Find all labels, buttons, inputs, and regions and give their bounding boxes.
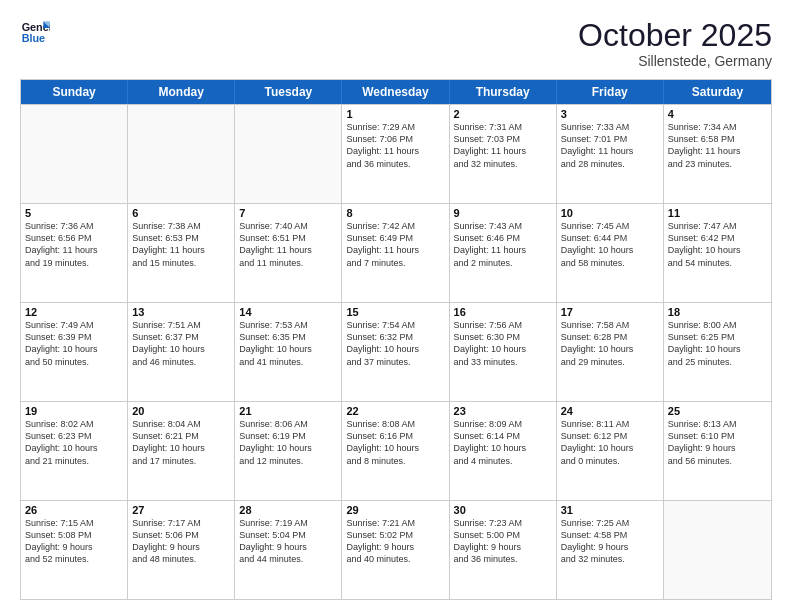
- cell-date: 13: [132, 306, 230, 318]
- calendar-cell: 28Sunrise: 7:19 AM Sunset: 5:04 PM Dayli…: [235, 501, 342, 599]
- calendar-cell: 29Sunrise: 7:21 AM Sunset: 5:02 PM Dayli…: [342, 501, 449, 599]
- cell-date: 26: [25, 504, 123, 516]
- cell-date: 21: [239, 405, 337, 417]
- cell-info: Sunrise: 7:29 AM Sunset: 7:06 PM Dayligh…: [346, 121, 444, 170]
- calendar-cell: 17Sunrise: 7:58 AM Sunset: 6:28 PM Dayli…: [557, 303, 664, 401]
- cell-info: Sunrise: 7:45 AM Sunset: 6:44 PM Dayligh…: [561, 220, 659, 269]
- cell-info: Sunrise: 7:17 AM Sunset: 5:06 PM Dayligh…: [132, 517, 230, 566]
- calendar-cell: 15Sunrise: 7:54 AM Sunset: 6:32 PM Dayli…: [342, 303, 449, 401]
- cell-date: 27: [132, 504, 230, 516]
- cell-date: 2: [454, 108, 552, 120]
- cell-date: 5: [25, 207, 123, 219]
- day-header-tuesday: Tuesday: [235, 80, 342, 104]
- cell-date: 10: [561, 207, 659, 219]
- cell-info: Sunrise: 7:34 AM Sunset: 6:58 PM Dayligh…: [668, 121, 767, 170]
- cell-date: 18: [668, 306, 767, 318]
- cell-date: 20: [132, 405, 230, 417]
- calendar-cell: 4Sunrise: 7:34 AM Sunset: 6:58 PM Daylig…: [664, 105, 771, 203]
- calendar-row-2: 12Sunrise: 7:49 AM Sunset: 6:39 PM Dayli…: [21, 302, 771, 401]
- calendar-cell: 5Sunrise: 7:36 AM Sunset: 6:56 PM Daylig…: [21, 204, 128, 302]
- cell-info: Sunrise: 7:58 AM Sunset: 6:28 PM Dayligh…: [561, 319, 659, 368]
- calendar-row-1: 5Sunrise: 7:36 AM Sunset: 6:56 PM Daylig…: [21, 203, 771, 302]
- calendar-cell: 11Sunrise: 7:47 AM Sunset: 6:42 PM Dayli…: [664, 204, 771, 302]
- cell-info: Sunrise: 7:53 AM Sunset: 6:35 PM Dayligh…: [239, 319, 337, 368]
- logo: General Blue: [20, 18, 50, 48]
- cell-date: 28: [239, 504, 337, 516]
- cell-info: Sunrise: 7:19 AM Sunset: 5:04 PM Dayligh…: [239, 517, 337, 566]
- day-header-friday: Friday: [557, 80, 664, 104]
- cell-info: Sunrise: 7:25 AM Sunset: 4:58 PM Dayligh…: [561, 517, 659, 566]
- calendar-cell: 8Sunrise: 7:42 AM Sunset: 6:49 PM Daylig…: [342, 204, 449, 302]
- calendar-cell: 19Sunrise: 8:02 AM Sunset: 6:23 PM Dayli…: [21, 402, 128, 500]
- cell-info: Sunrise: 8:04 AM Sunset: 6:21 PM Dayligh…: [132, 418, 230, 467]
- day-header-saturday: Saturday: [664, 80, 771, 104]
- calendar-cell: 31Sunrise: 7:25 AM Sunset: 4:58 PM Dayli…: [557, 501, 664, 599]
- cell-info: Sunrise: 7:31 AM Sunset: 7:03 PM Dayligh…: [454, 121, 552, 170]
- cell-date: 1: [346, 108, 444, 120]
- calendar-row-3: 19Sunrise: 8:02 AM Sunset: 6:23 PM Dayli…: [21, 401, 771, 500]
- calendar-cell: 7Sunrise: 7:40 AM Sunset: 6:51 PM Daylig…: [235, 204, 342, 302]
- calendar-cell: [664, 501, 771, 599]
- calendar-cell: 22Sunrise: 8:08 AM Sunset: 6:16 PM Dayli…: [342, 402, 449, 500]
- cell-date: 17: [561, 306, 659, 318]
- cell-info: Sunrise: 7:33 AM Sunset: 7:01 PM Dayligh…: [561, 121, 659, 170]
- location: Sillenstede, Germany: [578, 53, 772, 69]
- cell-date: 23: [454, 405, 552, 417]
- cell-date: 3: [561, 108, 659, 120]
- calendar-cell: [128, 105, 235, 203]
- cell-date: 6: [132, 207, 230, 219]
- cell-info: Sunrise: 7:43 AM Sunset: 6:46 PM Dayligh…: [454, 220, 552, 269]
- cell-info: Sunrise: 8:09 AM Sunset: 6:14 PM Dayligh…: [454, 418, 552, 467]
- cell-info: Sunrise: 7:42 AM Sunset: 6:49 PM Dayligh…: [346, 220, 444, 269]
- cell-info: Sunrise: 8:02 AM Sunset: 6:23 PM Dayligh…: [25, 418, 123, 467]
- cell-info: Sunrise: 8:06 AM Sunset: 6:19 PM Dayligh…: [239, 418, 337, 467]
- calendar-cell: 18Sunrise: 8:00 AM Sunset: 6:25 PM Dayli…: [664, 303, 771, 401]
- cell-date: 16: [454, 306, 552, 318]
- cell-date: 19: [25, 405, 123, 417]
- cell-info: Sunrise: 7:36 AM Sunset: 6:56 PM Dayligh…: [25, 220, 123, 269]
- calendar-cell: 24Sunrise: 8:11 AM Sunset: 6:12 PM Dayli…: [557, 402, 664, 500]
- cell-date: 12: [25, 306, 123, 318]
- logo-icon: General Blue: [20, 18, 50, 48]
- cell-date: 14: [239, 306, 337, 318]
- cell-info: Sunrise: 7:56 AM Sunset: 6:30 PM Dayligh…: [454, 319, 552, 368]
- calendar-row-4: 26Sunrise: 7:15 AM Sunset: 5:08 PM Dayli…: [21, 500, 771, 599]
- calendar-cell: 14Sunrise: 7:53 AM Sunset: 6:35 PM Dayli…: [235, 303, 342, 401]
- cell-info: Sunrise: 7:38 AM Sunset: 6:53 PM Dayligh…: [132, 220, 230, 269]
- title-block: October 2025 Sillenstede, Germany: [578, 18, 772, 69]
- cell-info: Sunrise: 8:08 AM Sunset: 6:16 PM Dayligh…: [346, 418, 444, 467]
- cell-date: 25: [668, 405, 767, 417]
- calendar-cell: 27Sunrise: 7:17 AM Sunset: 5:06 PM Dayli…: [128, 501, 235, 599]
- calendar-cell: 20Sunrise: 8:04 AM Sunset: 6:21 PM Dayli…: [128, 402, 235, 500]
- calendar-cell: 21Sunrise: 8:06 AM Sunset: 6:19 PM Dayli…: [235, 402, 342, 500]
- cell-date: 31: [561, 504, 659, 516]
- header: General Blue October 2025 Sillenstede, G…: [20, 18, 772, 69]
- cell-date: 11: [668, 207, 767, 219]
- calendar-header: SundayMondayTuesdayWednesdayThursdayFrid…: [21, 80, 771, 104]
- cell-info: Sunrise: 8:11 AM Sunset: 6:12 PM Dayligh…: [561, 418, 659, 467]
- calendar-cell: [235, 105, 342, 203]
- calendar-cell: 1Sunrise: 7:29 AM Sunset: 7:06 PM Daylig…: [342, 105, 449, 203]
- calendar-cell: 25Sunrise: 8:13 AM Sunset: 6:10 PM Dayli…: [664, 402, 771, 500]
- cell-info: Sunrise: 7:21 AM Sunset: 5:02 PM Dayligh…: [346, 517, 444, 566]
- cell-date: 15: [346, 306, 444, 318]
- cell-info: Sunrise: 7:47 AM Sunset: 6:42 PM Dayligh…: [668, 220, 767, 269]
- cell-date: 9: [454, 207, 552, 219]
- cell-info: Sunrise: 8:13 AM Sunset: 6:10 PM Dayligh…: [668, 418, 767, 467]
- day-header-wednesday: Wednesday: [342, 80, 449, 104]
- calendar: SundayMondayTuesdayWednesdayThursdayFrid…: [20, 79, 772, 600]
- calendar-cell: 3Sunrise: 7:33 AM Sunset: 7:01 PM Daylig…: [557, 105, 664, 203]
- cell-date: 8: [346, 207, 444, 219]
- svg-text:Blue: Blue: [22, 32, 45, 44]
- calendar-cell: 6Sunrise: 7:38 AM Sunset: 6:53 PM Daylig…: [128, 204, 235, 302]
- cell-info: Sunrise: 7:51 AM Sunset: 6:37 PM Dayligh…: [132, 319, 230, 368]
- calendar-row-0: 1Sunrise: 7:29 AM Sunset: 7:06 PM Daylig…: [21, 104, 771, 203]
- calendar-cell: 13Sunrise: 7:51 AM Sunset: 6:37 PM Dayli…: [128, 303, 235, 401]
- cell-info: Sunrise: 8:00 AM Sunset: 6:25 PM Dayligh…: [668, 319, 767, 368]
- calendar-body: 1Sunrise: 7:29 AM Sunset: 7:06 PM Daylig…: [21, 104, 771, 599]
- calendar-cell: [21, 105, 128, 203]
- calendar-cell: 23Sunrise: 8:09 AM Sunset: 6:14 PM Dayli…: [450, 402, 557, 500]
- calendar-cell: 16Sunrise: 7:56 AM Sunset: 6:30 PM Dayli…: [450, 303, 557, 401]
- page: General Blue October 2025 Sillenstede, G…: [0, 0, 792, 612]
- day-header-thursday: Thursday: [450, 80, 557, 104]
